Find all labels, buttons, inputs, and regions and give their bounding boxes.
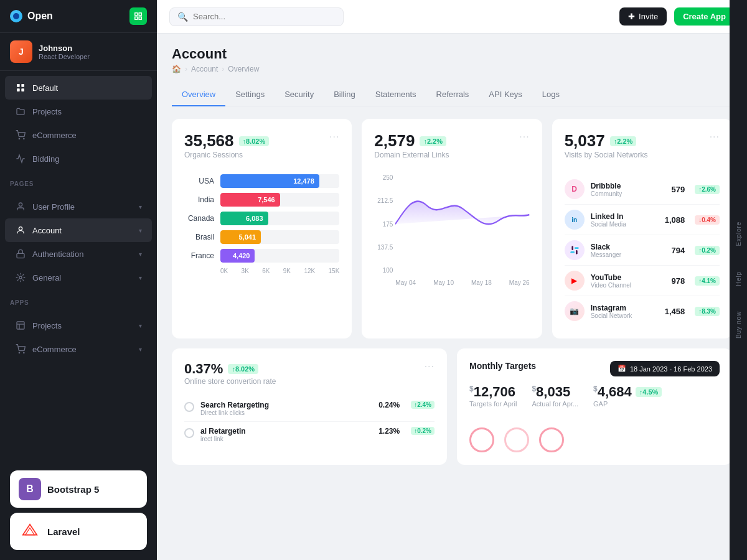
slack-icon (565, 240, 585, 260)
sidebar-item-apps-ecommerce[interactable]: eCommerce ▾ (5, 337, 152, 361)
help-text[interactable]: Help (735, 271, 742, 286)
svg-rect-12 (17, 253, 24, 258)
sidebar-item-projects[interactable]: Projects (5, 100, 152, 123)
social-row-slack: Slack Messanger 794 ↑0.2% (565, 235, 720, 266)
social-row-dribbble: D Dribbble Community 579 ↑2.6% (565, 174, 720, 205)
tab-referrals[interactable]: Referrals (426, 83, 479, 106)
invite-button[interactable]: ✚ Invite (619, 7, 667, 26)
tab-security[interactable]: Security (275, 83, 324, 106)
social-name: Instagram (591, 304, 659, 312)
gap-badge: ↑4.5% (636, 387, 662, 397)
line-chart: 250212.5175137.5100 May 04Ma (374, 174, 529, 286)
tab-statements[interactable]: Statements (365, 83, 426, 106)
more-button[interactable]: ··· (710, 131, 720, 142)
tab-api-keys[interactable]: API Keys (479, 83, 532, 106)
svg-point-11 (19, 227, 22, 230)
page-header: Account 🏠 › Account › Overview (172, 46, 732, 73)
sidebar-item-label: Bidding (32, 154, 59, 164)
social-name: Dribbble (591, 182, 665, 190)
sidebar-item-account[interactable]: Account ▾ (5, 218, 152, 242)
monthly-targets-title: Monthly Targets (469, 361, 536, 371)
dribbble-icon: D (565, 179, 585, 199)
more-button[interactable]: ··· (425, 361, 435, 372)
breadcrumb-account[interactable]: Account (191, 65, 218, 73)
sidebar-item-label: eCommerce (32, 131, 77, 140)
create-app-button[interactable]: Create App (674, 7, 735, 26)
sidebar-item-default[interactable]: Default (5, 76, 152, 100)
actual-april: $8,035 Actual for Apr... (532, 384, 578, 408)
svg-rect-20 (576, 250, 578, 254)
youtube-icon: ▶ (565, 271, 585, 291)
main-nav: Default Projects eCommerce Bidding (0, 71, 157, 175)
search-icon: 🔍 (177, 12, 188, 22)
tab-overview[interactable]: Overview (172, 83, 225, 106)
tab-logs[interactable]: Logs (532, 83, 570, 106)
social-row-instagram: 📷 Instagram Social Network 1,458 ↑8.3% (565, 296, 720, 326)
social-type: Community (591, 190, 665, 197)
bottom-grid: 0.37% ↑8.02% Online store convertion rat… (172, 348, 732, 465)
grid-icon (15, 82, 26, 93)
bar-label: USA (184, 177, 214, 185)
conversion-rows: Search Retargeting Direct link clicks 0.… (184, 396, 435, 447)
organic-sessions-label: Organic Sessions (184, 151, 269, 159)
sidebar-item-general[interactable]: General ▾ (5, 266, 152, 289)
stats-grid: 35,568 ↑8.02% Organic Sessions ··· USA 1… (172, 119, 732, 338)
calendar-icon: 📅 (618, 365, 626, 373)
bar-track: 4,420 (220, 249, 339, 263)
sidebar-item-user-profile[interactable]: User Profile ▾ (5, 195, 152, 218)
sidebar-item-label: Account (32, 226, 62, 235)
social-type: Social Network (591, 312, 659, 319)
social-value: 1,458 (665, 307, 685, 316)
page-content: Account 🏠 › Account › Overview Overview … (157, 34, 747, 560)
explore-text[interactable]: Explore (735, 222, 742, 246)
bar-label: India (184, 195, 214, 204)
domain-links-card: 2,579 ↑2.2% Domain External Links ··· 25… (362, 119, 542, 338)
breadcrumb-sep2: › (222, 65, 224, 73)
chevron-down-icon: ▾ (139, 251, 142, 258)
sidebar-item-apps-projects[interactable]: Projects ▾ (5, 314, 152, 337)
more-button[interactable]: ··· (329, 131, 339, 142)
targets-april-value: $12,706 (469, 384, 517, 400)
conv-pct: 1.23% (378, 427, 400, 436)
social-badge: ↑0.2% (695, 246, 720, 255)
date-range: 18 Jan 2023 - 16 Feb 2023 (630, 365, 712, 373)
search-input[interactable] (193, 12, 336, 21)
bootstrap-icon: B (19, 478, 41, 500)
social-row-linkedin: in Linked In Social Media 1,088 ↓0.4% (565, 205, 720, 235)
user-role: React Developer (39, 53, 147, 60)
tab-billing[interactable]: Billing (324, 83, 365, 106)
svg-point-15 (19, 352, 19, 353)
tab-settings[interactable]: Settings (225, 83, 275, 106)
more-button[interactable]: ··· (519, 131, 529, 142)
organic-sessions-card: 35,568 ↑8.02% Organic Sessions ··· USA 1… (172, 119, 352, 338)
bar-label: France (184, 251, 214, 260)
svg-rect-14 (17, 322, 24, 329)
pages-section-label: PAGES (0, 175, 157, 190)
sidebar-action-button[interactable] (129, 7, 147, 25)
topbar: 🔍 ✚ Invite Create App (157, 0, 747, 34)
gap-value: $4,684 (593, 384, 632, 400)
svg-rect-3 (139, 17, 141, 19)
radio-button (184, 402, 194, 412)
organic-sessions-value: 35,568 (184, 131, 234, 151)
social-visits-label: Visits by Social Networks (565, 151, 648, 159)
laravel-promo: Laravel (10, 513, 147, 550)
buy-now-text[interactable]: Buy now (735, 311, 742, 338)
social-badge: ↑8.3% (695, 307, 720, 316)
conversion-row-2: al Retargetin irect link 1.23% ↑0.2% (184, 422, 435, 447)
search-box: 🔍 (169, 7, 344, 26)
right-panel: Explore Help Buy now (730, 0, 747, 560)
breadcrumb-home[interactable]: 🏠 (172, 65, 181, 73)
pages-nav: User Profile ▾ Account ▾ Authentication … (0, 190, 157, 294)
social-value: 1,088 (665, 215, 685, 225)
sidebar-item-ecommerce[interactable]: eCommerce (5, 123, 152, 147)
svg-point-10 (19, 203, 22, 206)
sidebar-item-authentication[interactable]: Authentication ▾ (5, 242, 152, 266)
targets-label: Targets for April (469, 400, 517, 408)
sidebar-item-bidding[interactable]: Bidding (5, 147, 152, 170)
social-value: 978 (672, 276, 685, 286)
auth-icon (15, 248, 26, 259)
svg-rect-1 (139, 13, 141, 16)
svg-point-8 (19, 138, 19, 139)
social-value: 579 (672, 185, 685, 194)
